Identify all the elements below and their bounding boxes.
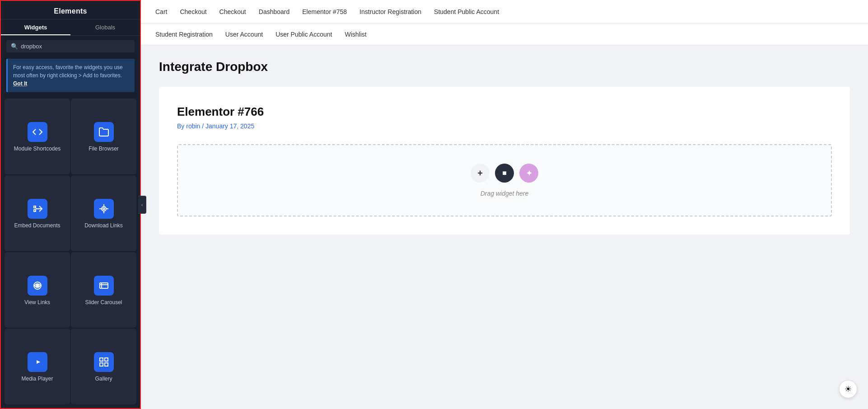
widget-embed-documents[interactable]: Embed Documents: [5, 175, 70, 251]
media-player-icon: [28, 352, 47, 372]
magic-icon: ✦: [526, 169, 532, 178]
sun-icon: ☀: [845, 384, 852, 394]
widget-download-links-label: Download Links: [84, 222, 123, 230]
widget-gallery-label: Gallery: [95, 376, 112, 383]
page-body: Integrate Dropbox Elementor #766 By robi…: [141, 45, 868, 409]
widget-view-links[interactable]: View Links: [5, 252, 70, 328]
widget-view-links-label: View Links: [24, 299, 50, 306]
second-nav: Student Registration User Account User P…: [141, 24, 868, 45]
main-content: Cart Checkout Checkout Dashboard Element…: [141, 0, 868, 409]
download-links-icon: [94, 199, 114, 219]
gallery-icon: [94, 352, 114, 372]
widget-file-browser[interactable]: File Browser: [71, 99, 136, 174]
add-section-button[interactable]: +: [471, 164, 490, 183]
tab-widgets[interactable]: Widgets: [1, 19, 70, 35]
nav-student-registration[interactable]: Student Registration: [155, 31, 213, 38]
drop-zone-actions: + ■ ✦: [471, 164, 538, 183]
widget-media-player[interactable]: Media Player: [5, 329, 70, 404]
svg-rect-9: [100, 283, 108, 288]
view-links-icon: [28, 276, 47, 296]
sidebar-header: Elements: [1, 1, 140, 19]
nav-dashboard[interactable]: Dashboard: [259, 8, 290, 15]
post-title: Elementor #766: [177, 105, 832, 119]
nav-cart[interactable]: Cart: [155, 8, 167, 15]
drop-zone[interactable]: + ■ ✦ Drag widget here: [177, 144, 832, 216]
search-icon: 🔍: [11, 43, 18, 50]
widget-module-shortcodes-label: Module Shortcodes: [14, 146, 61, 153]
widgets-grid: Module Shortcodes File Browser Embed Doc…: [1, 97, 140, 408]
svg-point-1: [102, 207, 106, 211]
widget-gallery[interactable]: Gallery: [71, 329, 136, 404]
file-browser-icon: [94, 122, 114, 142]
top-nav: Cart Checkout Checkout Dashboard Element…: [141, 0, 868, 24]
nav-wishlist[interactable]: Wishlist: [345, 31, 366, 38]
search-wrap: 🔍: [6, 40, 135, 52]
tab-globals[interactable]: Globals: [70, 19, 140, 35]
nav-user-public-account[interactable]: User Public Account: [275, 31, 332, 38]
sidebar-title: Elements: [1, 7, 140, 15]
widget-embed-documents-label: Embed Documents: [14, 222, 60, 230]
slider-carousel-icon: [94, 276, 114, 296]
svg-point-8: [36, 284, 38, 287]
embed-documents-icon: [28, 199, 47, 219]
widget-module-shortcodes[interactable]: Module Shortcodes: [5, 99, 70, 174]
editor-area: Elementor #766 By robin / January 17, 20…: [159, 87, 850, 235]
svg-point-2: [103, 208, 105, 210]
sidebar: Elements Widgets Globals 🔍 For easy acce…: [0, 0, 141, 409]
post-meta: By robin / January 17, 2025: [177, 122, 832, 130]
svg-rect-15: [105, 358, 108, 361]
sidebar-tabs: Widgets Globals: [1, 19, 140, 36]
theme-toggle-button[interactable]: ☀: [839, 380, 857, 398]
svg-rect-16: [100, 363, 103, 366]
nav-checkout-1[interactable]: Checkout: [180, 8, 206, 15]
nav-instructor-registration[interactable]: Instructor Registration: [359, 8, 421, 15]
nav-checkout-2[interactable]: Checkout: [219, 8, 246, 15]
templates-button[interactable]: ■: [495, 164, 514, 183]
tip-box: For easy access, favorite the widgets yo…: [6, 59, 135, 92]
collapse-handle[interactable]: ‹: [138, 196, 146, 214]
nav-user-account[interactable]: User Account: [225, 31, 263, 38]
widget-slider-carousel[interactable]: Slider Carousel: [71, 252, 136, 328]
widget-download-links[interactable]: Download Links: [71, 175, 136, 251]
nav-student-public-account[interactable]: Student Public Account: [434, 8, 499, 15]
drop-hint: Drag widget here: [481, 190, 529, 197]
module-shortcodes-icon: [28, 122, 47, 142]
svg-rect-17: [105, 363, 108, 366]
search-container: 🔍: [1, 36, 140, 57]
ai-button[interactable]: ✦: [519, 164, 538, 183]
tip-text: For easy access, favorite the widgets yo…: [13, 64, 123, 79]
widget-slider-carousel-label: Slider Carousel: [85, 299, 122, 306]
tip-got-it[interactable]: Got It: [13, 80, 27, 87]
page-title: Integrate Dropbox: [159, 60, 850, 74]
widget-media-player-label: Media Player: [21, 376, 53, 383]
search-input[interactable]: [21, 43, 130, 50]
widget-file-browser-label: File Browser: [89, 146, 119, 153]
folder-icon: ■: [502, 169, 507, 177]
plus-icon: +: [477, 168, 483, 179]
nav-elementor-758[interactable]: Elementor #758: [302, 8, 347, 15]
svg-rect-14: [100, 358, 103, 361]
